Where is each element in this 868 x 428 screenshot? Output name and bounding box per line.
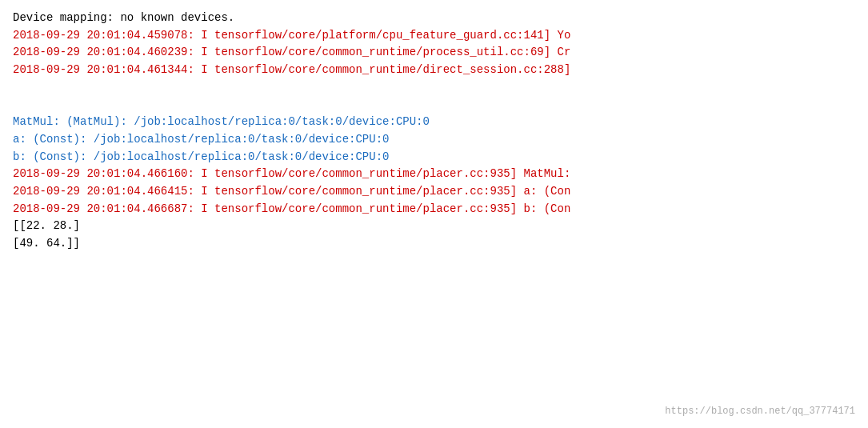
log-line: [49. 64.]] xyxy=(13,235,855,253)
blank-line xyxy=(13,96,855,114)
console-output: Device mapping: no known devices.2018-09… xyxy=(13,10,855,253)
log-line: 2018-09-29 20:01:04.459078: I tensorflow… xyxy=(13,27,855,45)
log-line: Device mapping: no known devices. xyxy=(13,10,855,27)
log-line: MatMul: (MatMul): /job:localhost/replica… xyxy=(13,114,855,131)
log-line: 2018-09-29 20:01:04.466160: I tensorflow… xyxy=(13,166,855,183)
log-line: a: (Const): /job:localhost/replica:0/tas… xyxy=(13,131,855,149)
log-line: b: (Const): /job:localhost/replica:0/tas… xyxy=(13,149,855,166)
blank-line xyxy=(13,79,855,97)
log-line: 2018-09-29 20:01:04.466687: I tensorflow… xyxy=(13,201,855,218)
log-line: 2018-09-29 20:01:04.466415: I tensorflow… xyxy=(13,183,855,201)
log-line: 2018-09-29 20:01:04.460239: I tensorflow… xyxy=(13,44,855,62)
log-line: [[22. 28.] xyxy=(13,218,855,235)
watermark: https://blog.csdn.net/qq_37774171 xyxy=(665,406,855,417)
log-line: 2018-09-29 20:01:04.461344: I tensorflow… xyxy=(13,62,855,79)
